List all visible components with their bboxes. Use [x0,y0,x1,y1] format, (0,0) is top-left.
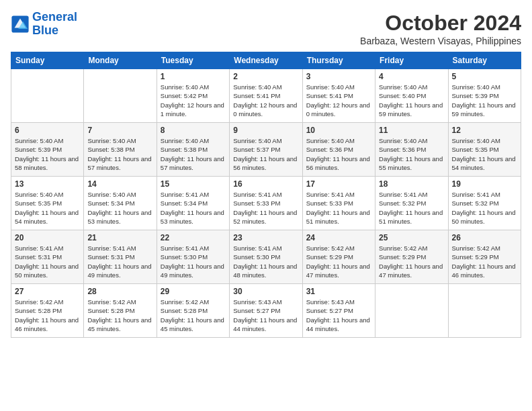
day-number: 6 [15,126,80,135]
month-title: October 2024 [360,11,521,36]
day-number: 4 [379,72,444,81]
calendar-cell: 30Sunrise: 5:43 AMSunset: 5:27 PMDayligh… [230,284,302,338]
day-info: Sunrise: 5:42 AMSunset: 5:28 PMDaylight:… [15,298,80,333]
calendar-week-2: 6Sunrise: 5:40 AMSunset: 5:39 PMDaylight… [11,123,521,177]
day-info: Sunrise: 5:40 AMSunset: 5:39 PMDaylight:… [452,83,517,118]
calendar-cell: 16Sunrise: 5:41 AMSunset: 5:33 PMDayligh… [230,177,302,230]
calendar-cell: 8Sunrise: 5:40 AMSunset: 5:38 PMDaylight… [157,123,229,177]
location: Barbaza, Western Visayas, Philippines [360,36,521,46]
day-number: 22 [161,233,226,242]
calendar-week-1: 1Sunrise: 5:40 AMSunset: 5:42 PMDaylight… [11,69,521,123]
calendar-cell: 26Sunrise: 5:42 AMSunset: 5:29 PMDayligh… [448,230,521,284]
day-number: 15 [161,179,226,189]
day-number: 17 [306,179,371,189]
logo-line1: General [32,10,77,24]
logo-line2: Blue [32,24,58,37]
calendar-cell [448,284,521,338]
calendar-cell: 13Sunrise: 5:40 AMSunset: 5:35 PMDayligh… [11,177,84,230]
calendar-cell: 21Sunrise: 5:41 AMSunset: 5:31 PMDayligh… [84,230,157,284]
day-info: Sunrise: 5:40 AMSunset: 5:41 PMDaylight:… [233,83,298,118]
day-info: Sunrise: 5:40 AMSunset: 5:42 PMDaylight:… [161,83,226,118]
day-info: Sunrise: 5:40 AMSunset: 5:40 PMDaylight:… [379,83,444,118]
calendar-week-5: 27Sunrise: 5:42 AMSunset: 5:28 PMDayligh… [11,284,521,338]
day-number: 3 [306,72,371,81]
day-info: Sunrise: 5:40 AMSunset: 5:35 PMDaylight:… [15,190,80,226]
weekday-header-row: SundayMondayTuesdayWednesdayThursdayFrid… [11,52,521,69]
day-info: Sunrise: 5:43 AMSunset: 5:27 PMDaylight:… [233,298,298,333]
calendar-cell: 12Sunrise: 5:40 AMSunset: 5:35 PMDayligh… [448,123,521,177]
calendar-cell [11,69,84,123]
day-info: Sunrise: 5:43 AMSunset: 5:27 PMDaylight:… [306,298,371,333]
weekday-header-sunday: Sunday [11,52,84,69]
calendar-cell: 2Sunrise: 5:40 AMSunset: 5:41 PMDaylight… [230,69,302,123]
day-number: 20 [15,233,80,242]
day-info: Sunrise: 5:41 AMSunset: 5:34 PMDaylight:… [161,190,226,226]
calendar-cell: 28Sunrise: 5:42 AMSunset: 5:28 PMDayligh… [84,284,157,338]
day-info: Sunrise: 5:40 AMSunset: 5:38 PMDaylight:… [87,136,152,172]
day-number: 19 [452,179,517,189]
day-info: Sunrise: 5:41 AMSunset: 5:33 PMDaylight:… [306,190,371,226]
weekday-header-friday: Friday [375,52,448,69]
day-number: 16 [233,179,298,189]
day-number: 18 [379,179,444,189]
day-number: 29 [161,287,226,296]
calendar-cell: 11Sunrise: 5:40 AMSunset: 5:36 PMDayligh… [375,123,448,177]
day-number: 9 [233,126,298,135]
day-info: Sunrise: 5:40 AMSunset: 5:34 PMDaylight:… [87,190,152,226]
calendar-cell [375,284,448,338]
day-info: Sunrise: 5:41 AMSunset: 5:31 PMDaylight:… [87,244,152,279]
logo-text: General Blue [32,11,77,38]
day-number: 1 [161,72,226,81]
day-number: 14 [87,179,152,189]
calendar-cell: 5Sunrise: 5:40 AMSunset: 5:39 PMDaylight… [448,69,521,123]
day-info: Sunrise: 5:41 AMSunset: 5:32 PMDaylight:… [452,190,517,226]
calendar-cell [84,69,157,123]
day-number: 8 [161,126,226,135]
day-info: Sunrise: 5:41 AMSunset: 5:33 PMDaylight:… [233,190,298,226]
day-number: 27 [15,287,80,296]
calendar-week-4: 20Sunrise: 5:41 AMSunset: 5:31 PMDayligh… [11,230,521,284]
day-info: Sunrise: 5:42 AMSunset: 5:29 PMDaylight:… [452,244,517,279]
calendar-cell: 17Sunrise: 5:41 AMSunset: 5:33 PMDayligh… [302,177,375,230]
weekday-header-tuesday: Tuesday [157,52,229,69]
day-number: 23 [233,233,298,242]
calendar-cell: 20Sunrise: 5:41 AMSunset: 5:31 PMDayligh… [11,230,84,284]
calendar-cell: 25Sunrise: 5:42 AMSunset: 5:29 PMDayligh… [375,230,448,284]
day-info: Sunrise: 5:41 AMSunset: 5:32 PMDaylight:… [379,190,444,226]
calendar-cell: 4Sunrise: 5:40 AMSunset: 5:40 PMDaylight… [375,69,448,123]
day-number: 10 [306,126,371,135]
day-number: 26 [452,233,517,242]
calendar-cell: 14Sunrise: 5:40 AMSunset: 5:34 PMDayligh… [84,177,157,230]
day-info: Sunrise: 5:40 AMSunset: 5:39 PMDaylight:… [15,136,80,172]
weekday-header-thursday: Thursday [302,52,375,69]
calendar-cell: 19Sunrise: 5:41 AMSunset: 5:32 PMDayligh… [448,177,521,230]
calendar-cell: 18Sunrise: 5:41 AMSunset: 5:32 PMDayligh… [375,177,448,230]
calendar-cell: 15Sunrise: 5:41 AMSunset: 5:34 PMDayligh… [157,177,229,230]
calendar-cell: 22Sunrise: 5:41 AMSunset: 5:30 PMDayligh… [157,230,229,284]
calendar-cell: 3Sunrise: 5:40 AMSunset: 5:41 PMDaylight… [302,69,375,123]
day-number: 25 [379,233,444,242]
calendar-week-3: 13Sunrise: 5:40 AMSunset: 5:35 PMDayligh… [11,177,521,230]
calendar-cell: 24Sunrise: 5:42 AMSunset: 5:29 PMDayligh… [302,230,375,284]
calendar-cell: 27Sunrise: 5:42 AMSunset: 5:28 PMDayligh… [11,284,84,338]
calendar-cell: 23Sunrise: 5:41 AMSunset: 5:30 PMDayligh… [230,230,302,284]
logo-icon [11,15,30,34]
day-info: Sunrise: 5:41 AMSunset: 5:30 PMDaylight:… [233,244,298,279]
weekday-header-saturday: Saturday [448,52,521,69]
day-number: 31 [306,287,371,296]
calendar-cell: 31Sunrise: 5:43 AMSunset: 5:27 PMDayligh… [302,284,375,338]
day-info: Sunrise: 5:40 AMSunset: 5:36 PMDaylight:… [306,136,371,172]
day-info: Sunrise: 5:40 AMSunset: 5:38 PMDaylight:… [161,136,226,172]
day-number: 24 [306,233,371,242]
day-number: 2 [233,72,298,81]
day-info: Sunrise: 5:40 AMSunset: 5:37 PMDaylight:… [233,136,298,172]
title-block: October 2024 Barbaza, Western Visayas, P… [360,11,521,46]
day-info: Sunrise: 5:40 AMSunset: 5:35 PMDaylight:… [452,136,517,172]
calendar-cell: 6Sunrise: 5:40 AMSunset: 5:39 PMDaylight… [11,123,84,177]
day-info: Sunrise: 5:42 AMSunset: 5:29 PMDaylight:… [306,244,371,279]
page-header: General Blue October 2024 Barbaza, Weste… [11,11,521,46]
day-number: 11 [379,126,444,135]
logo: General Blue [11,11,77,38]
calendar-cell: 10Sunrise: 5:40 AMSunset: 5:36 PMDayligh… [302,123,375,177]
day-info: Sunrise: 5:42 AMSunset: 5:28 PMDaylight:… [87,298,152,333]
